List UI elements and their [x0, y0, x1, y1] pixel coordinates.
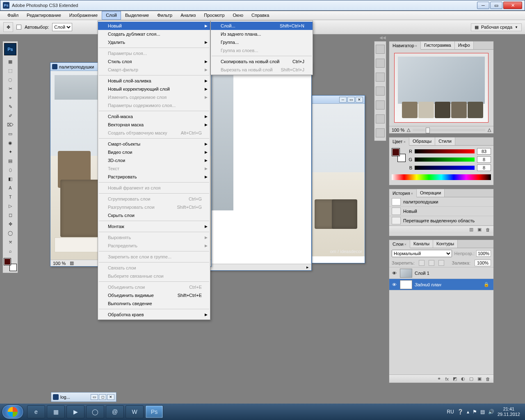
taskbar-chrome[interactable]: ◯: [86, 405, 104, 418]
blend-mode-dropdown[interactable]: Нормальный: [392, 250, 452, 257]
menu-text[interactable]: Текст▶: [98, 164, 210, 173]
submenu-group-from-layers[interactable]: Группа из слоев...: [211, 46, 313, 55]
tab-styles[interactable]: Стили: [435, 137, 455, 145]
menu-layer-style[interactable]: Стиль слоя▶: [98, 57, 210, 66]
tool-type[interactable]: T: [5, 192, 16, 201]
adjustment-layer-icon[interactable]: ◐: [461, 376, 465, 381]
tool-marquee[interactable]: ⬚: [5, 66, 16, 75]
submenu-from-background[interactable]: Из заднего плана...: [211, 30, 313, 38]
doc-zoom[interactable]: 100 %: [53, 261, 66, 266]
tray-network-icon[interactable]: ▤: [480, 409, 485, 415]
doc-min-icon[interactable]: ─: [339, 97, 347, 103]
document-window-blank[interactable]: ▸: [208, 62, 312, 271]
taskbar-app1[interactable]: @: [106, 405, 124, 418]
menu-hide-layers[interactable]: Скрыть слои: [98, 211, 210, 219]
menu-merge-visible[interactable]: Объединить видимыеShift+Ctrl+E: [98, 291, 210, 299]
menu-select[interactable]: Выделение: [121, 11, 153, 20]
mini-max-icon[interactable]: ◻: [99, 394, 106, 400]
menu-align[interactable]: Выровнять▶: [98, 233, 210, 242]
mini-restore-icon[interactable]: ▭: [91, 394, 98, 400]
menu-file[interactable]: Файл: [3, 11, 23, 20]
red-slider[interactable]: [415, 149, 475, 153]
menu-3d-layers[interactable]: 3D-слои▶: [98, 156, 210, 164]
layer-thumbnail[interactable]: [400, 280, 412, 289]
tool-history-brush[interactable]: ◉: [5, 138, 16, 147]
taskbar-media[interactable]: ▶: [66, 405, 84, 418]
taskbar-explorer[interactable]: ▦: [47, 405, 65, 418]
menu-layer-properties[interactable]: Параметры слоя...: [98, 49, 210, 57]
menu-layer[interactable]: Слой: [102, 11, 121, 20]
blue-slider[interactable]: [415, 166, 475, 170]
dock-icon-4[interactable]: [376, 87, 385, 96]
tool-lasso[interactable]: ◌: [5, 75, 16, 84]
opacity-input[interactable]: [476, 250, 491, 257]
history-delete-icon[interactable]: 🗑: [486, 227, 490, 232]
lock-position-icon[interactable]: [429, 260, 434, 266]
tab-history[interactable]: История×: [389, 189, 417, 197]
tool-path[interactable]: ▷: [5, 201, 16, 210]
menu-new-slice[interactable]: Новый фрагмент из слоя: [98, 184, 210, 192]
menu-change-content[interactable]: Изменить содержимое слоя▶: [98, 93, 210, 101]
color-swatches[interactable]: [4, 258, 17, 271]
tool-notes[interactable]: ✥: [5, 219, 16, 228]
dock-icon-2[interactable]: [376, 59, 385, 68]
tab-swatches[interactable]: Образцы: [409, 137, 435, 145]
menu-link[interactable]: Связать слои: [98, 264, 210, 272]
menu-delete[interactable]: Удалить▶: [98, 38, 210, 46]
submenu-layer-via-copy[interactable]: Скопировать на новый слойCtrl+J: [211, 57, 313, 66]
link-layers-icon[interactable]: ⚭: [437, 376, 441, 381]
taskbar-photoshop[interactable]: Ps: [145, 405, 163, 418]
visibility-icon[interactable]: 👁: [391, 282, 397, 287]
tray-volume-icon[interactable]: 🔊: [488, 409, 494, 415]
tool-eraser[interactable]: ✦: [5, 147, 16, 156]
tray-flag-icon[interactable]: ⚑: [472, 409, 477, 415]
submenu-layer-via-cut[interactable]: Вырезать на новый слойShift+Ctrl+J: [211, 66, 313, 74]
tool-pen[interactable]: A: [5, 183, 16, 192]
dock-toggle-icon[interactable]: ◀◀: [379, 35, 386, 40]
new-layer-icon[interactable]: ▣: [477, 376, 482, 381]
foreground-color-swatch[interactable]: [4, 258, 11, 265]
menu-rasterize[interactable]: Растрировать▶: [98, 173, 210, 181]
maximize-button[interactable]: ▭: [490, 2, 502, 9]
tool-3d[interactable]: ◯: [5, 228, 16, 237]
dock-icon-1[interactable]: [376, 45, 385, 54]
menu-smart-filter[interactable]: Смарт-фильтр▶: [98, 66, 210, 74]
tab-color[interactable]: Цвет×: [389, 138, 409, 146]
tool-hand[interactable]: ⤧: [5, 237, 16, 247]
minimize-button[interactable]: ─: [477, 2, 489, 9]
layer-row-background[interactable]: 👁 Задний план 🔒: [389, 279, 493, 290]
menu-new[interactable]: Новый▶: [98, 22, 210, 30]
blue-value[interactable]: 8: [477, 164, 491, 171]
submenu-group[interactable]: Группа...: [211, 38, 313, 46]
new-group-icon[interactable]: ▢: [469, 376, 473, 381]
menu-image[interactable]: Изображение: [65, 11, 102, 20]
menu-new-adjustment[interactable]: Новый корректирующий слой▶: [98, 85, 210, 93]
menu-view[interactable]: Просмотр: [200, 11, 228, 20]
zoom-in-icon[interactable]: △: [488, 127, 491, 132]
tray-lang[interactable]: RU: [447, 409, 454, 415]
menu-new-fill[interactable]: Новый слой-заливка▶: [98, 77, 210, 85]
menu-video-layers[interactable]: Видео слои▶: [98, 148, 210, 156]
navigator-zoom-slider[interactable]: [413, 129, 485, 131]
minimized-document[interactable]: log... ▭ ◻ ✕: [51, 392, 116, 402]
dock-icon-7[interactable]: [376, 128, 385, 137]
menu-layer-mask[interactable]: Слой-маска▶: [98, 112, 210, 121]
menu-analysis[interactable]: Анализ: [176, 11, 200, 20]
close-button[interactable]: ✕: [503, 2, 522, 9]
tray-help-icon[interactable]: ❔: [457, 409, 463, 415]
tray-up-icon[interactable]: ▴: [467, 409, 469, 415]
navigator-thumbnail[interactable]: [394, 53, 488, 123]
layer-fx-icon[interactable]: fx: [445, 377, 449, 381]
tab-navigator[interactable]: Навигатор×: [389, 42, 421, 50]
tool-dodge[interactable]: ◧: [5, 174, 16, 183]
current-tool-icon[interactable]: ✥: [3, 22, 13, 32]
menu-group[interactable]: Сгруппировать слоиCtrl+G: [98, 195, 210, 203]
navigator-zoom[interactable]: 100 %: [392, 128, 404, 132]
menu-lock-group[interactable]: Закрепить все слои в группе...: [98, 253, 210, 261]
workspace-switcher[interactable]: ▦ Рабочая среда ▼: [471, 23, 522, 31]
menu-matting[interactable]: Обработка краев▶: [98, 310, 210, 319]
delete-layer-icon[interactable]: 🗑: [486, 377, 490, 381]
tab-layers[interactable]: Слои×: [389, 240, 410, 248]
tool-blur[interactable]: ⬯: [5, 165, 16, 174]
tray-clock[interactable]: 21:4129.11.2012: [498, 406, 520, 417]
